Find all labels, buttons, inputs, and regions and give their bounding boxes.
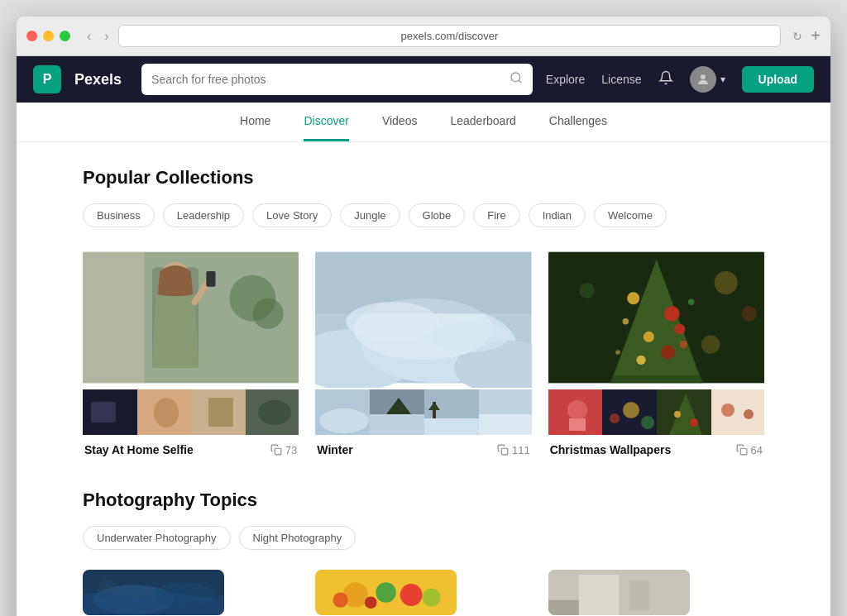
logo-box[interactable]: P <box>33 65 61 93</box>
svg-point-46 <box>679 341 687 348</box>
topic-card-ocean[interactable] <box>83 570 224 615</box>
svg-rect-19 <box>275 448 281 455</box>
tab-videos[interactable]: Videos <box>382 103 418 141</box>
search-bar <box>141 64 533 95</box>
tag-love-story[interactable]: Love Story <box>252 203 332 227</box>
svg-point-49 <box>714 271 737 294</box>
notification-icon[interactable] <box>658 70 673 89</box>
svg-point-74 <box>400 584 423 606</box>
tab-leaderboard[interactable]: Leaderboard <box>450 103 515 141</box>
collection-info-selfie: Stay At Home Selfie 73 <box>83 443 299 456</box>
svg-point-50 <box>741 306 757 322</box>
refresh-button[interactable]: ↻ <box>792 30 802 43</box>
topic-card-food[interactable] <box>315 570 457 615</box>
upload-button[interactable]: Upload <box>742 66 814 93</box>
brand-name: Pexels <box>74 71 122 88</box>
svg-rect-37 <box>501 448 508 455</box>
svg-point-39 <box>627 292 639 304</box>
address-text: pexels.com/discover <box>401 30 499 42</box>
svg-point-76 <box>423 589 441 607</box>
svg-rect-31 <box>370 414 428 435</box>
svg-point-44 <box>674 323 685 334</box>
svg-rect-80 <box>578 575 619 615</box>
collections-tags-row: Business Leadership Love Story Jungle Gl… <box>83 203 764 227</box>
tag-welcome[interactable]: Welcome <box>594 203 667 227</box>
svg-point-57 <box>623 402 639 418</box>
svg-rect-10 <box>83 252 145 384</box>
collection-card-winter[interactable]: Winter 111 <box>315 247 531 456</box>
browser-chrome: ‹ › pexels.com/discover ↻ + <box>17 17 830 56</box>
tab-challenges[interactable]: Challenges <box>549 103 607 141</box>
collection-info-christmas: Christmas Wallpapers 64 <box>548 443 764 456</box>
svg-point-75 <box>333 593 348 608</box>
collection-card-christmas[interactable]: Christmas Wallpapers 64 <box>548 247 764 456</box>
tag-fire[interactable]: Fire <box>473 203 519 227</box>
svg-rect-25 <box>315 252 531 314</box>
svg-point-59 <box>641 416 654 429</box>
collection-thumbs-christmas <box>548 389 764 435</box>
svg-point-77 <box>365 596 377 609</box>
svg-point-9 <box>252 298 283 329</box>
collection-card-selfie[interactable]: Stay At Home Selfie 73 <box>83 247 299 456</box>
topic-card-interior[interactable] <box>548 570 690 615</box>
svg-rect-12 <box>91 402 116 423</box>
close-button[interactable] <box>26 31 37 41</box>
address-bar[interactable]: pexels.com/discover <box>118 25 782 47</box>
copy-icon-christmas <box>736 444 748 456</box>
svg-point-26 <box>347 302 439 341</box>
svg-rect-16 <box>208 398 233 427</box>
svg-rect-66 <box>740 448 747 455</box>
collection-count-winter: 111 <box>497 444 530 456</box>
svg-rect-33 <box>424 418 482 435</box>
tag-jungle[interactable]: Jungle <box>340 203 400 227</box>
forward-button[interactable]: › <box>100 27 112 45</box>
svg-point-29 <box>319 408 369 433</box>
svg-point-0 <box>511 73 520 82</box>
back-button[interactable]: ‹ <box>83 27 95 45</box>
svg-point-41 <box>643 332 653 342</box>
user-menu[interactable]: ▾ <box>690 66 725 93</box>
nav-explore[interactable]: Explore <box>546 73 585 86</box>
svg-line-1 <box>519 80 521 83</box>
svg-point-61 <box>674 411 681 418</box>
svg-point-27 <box>431 322 508 352</box>
collection-name-christmas: Christmas Wallpapers <box>550 443 672 456</box>
tag-night-photography[interactable]: Night Photography <box>239 526 357 550</box>
svg-rect-82 <box>548 600 579 615</box>
tab-discover[interactable]: Discover <box>304 103 348 141</box>
topics-grid <box>83 570 764 615</box>
tag-leadership[interactable]: Leadership <box>163 203 244 227</box>
svg-point-51 <box>701 335 719 353</box>
app-header: P Pexels Explore License <box>17 56 830 103</box>
minimize-button[interactable] <box>43 31 54 41</box>
main-content: Popular Collections Business Leadership … <box>17 142 830 616</box>
collection-main-image-winter <box>315 247 531 388</box>
tag-business[interactable]: Business <box>83 203 155 227</box>
svg-rect-7 <box>206 271 215 287</box>
maximize-button[interactable] <box>60 31 70 41</box>
sub-nav: Home Discover Videos Leaderboard Challen… <box>17 103 830 142</box>
svg-rect-63 <box>711 389 764 435</box>
copy-icon <box>270 444 282 456</box>
svg-point-45 <box>622 318 628 324</box>
tab-home[interactable]: Home <box>240 103 270 141</box>
traffic-lights: ‹ › pexels.com/discover ↻ + <box>26 25 821 47</box>
copy-icon-winter <box>497 444 509 456</box>
tag-underwater[interactable]: Underwater Photography <box>83 526 231 550</box>
popular-collections-section: Popular Collections Business Leadership … <box>83 167 764 456</box>
photography-topics-title: Photography Topics <box>83 489 764 511</box>
collection-name-selfie: Stay At Home Selfie <box>84 443 194 456</box>
tag-globe[interactable]: Globe <box>409 203 466 227</box>
tag-indian[interactable]: Indian <box>529 203 586 227</box>
chevron-down-icon: ▾ <box>720 74 725 85</box>
photography-topics-section: Photography Topics Underwater Photograph… <box>83 489 764 615</box>
popular-collections-title: Popular Collections <box>83 167 764 189</box>
new-tab-button[interactable]: + <box>811 26 821 45</box>
collections-grid: Stay At Home Selfie 73 <box>83 247 764 456</box>
search-input[interactable] <box>151 73 503 86</box>
svg-rect-81 <box>629 580 648 610</box>
svg-point-14 <box>154 398 179 427</box>
header-nav: Explore License ▾ Upload <box>546 66 814 93</box>
browser-window: ‹ › pexels.com/discover ↻ + P Pexels <box>17 17 830 616</box>
nav-license[interactable]: License <box>601 73 641 86</box>
